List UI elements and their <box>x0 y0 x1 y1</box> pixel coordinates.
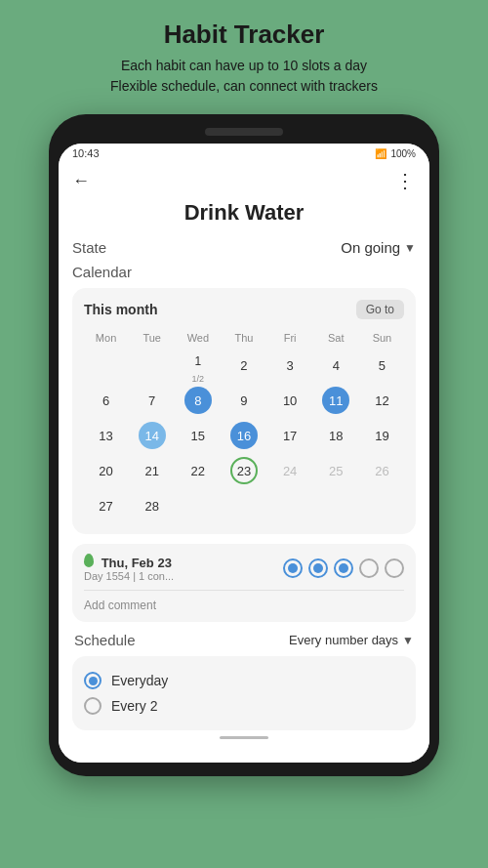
cal-header-sat: Sat <box>314 329 358 347</box>
cal-header-thu: Thu <box>222 329 265 347</box>
phone-frame: 10:43 📶 100% ← ⋮ Drink Water State On go… <box>49 114 439 776</box>
phone-screen: 10:43 📶 100% ← ⋮ Drink Water State On go… <box>59 144 429 763</box>
cal-cell-17[interactable]: 17 <box>268 419 312 452</box>
signal-icon: 📶 <box>375 148 386 159</box>
cal-cell-10[interactable]: 10 <box>268 384 312 417</box>
cal-cell <box>176 489 220 522</box>
circle-2[interactable] <box>308 558 328 578</box>
cal-cell-14[interactable]: 14 <box>130 419 174 452</box>
schedule-value-text: Every number days <box>289 633 398 647</box>
cal-cell <box>130 349 174 382</box>
schedule-dropdown[interactable]: Every number days ▼ <box>289 633 414 647</box>
cal-cell-3[interactable]: 3 <box>268 349 312 382</box>
radio-option-everyday[interactable]: Everyday <box>84 668 404 693</box>
schedule-dropdown-arrow: ▼ <box>402 634 414 647</box>
cal-cell-16[interactable]: 16 <box>222 419 265 452</box>
circle-1[interactable] <box>283 558 303 578</box>
app-subtitle: Each habit can have up to 10 slots a day… <box>110 56 378 97</box>
cal-header-fri: Fri <box>268 329 312 347</box>
cal-cell-19[interactable]: 19 <box>360 419 404 452</box>
screen-content: Drink Water State On going ▼ Calendar Th… <box>59 200 429 763</box>
status-right: 📶 100% <box>375 148 416 159</box>
cal-cell-7[interactable]: 7 <box>130 384 174 417</box>
cal-header-tue: Tue <box>130 329 174 347</box>
circle-5[interactable] <box>385 558 404 578</box>
state-label: State <box>72 239 106 256</box>
cal-cell-26[interactable]: 26 <box>360 454 404 487</box>
cal-header-sun: Sun <box>360 329 404 347</box>
circle-4[interactable] <box>359 558 379 578</box>
top-nav: ← ⋮ <box>59 163 429 200</box>
cal-cell-1[interactable]: 1 1/2 <box>176 349 220 382</box>
habit-title: Drink Water <box>72 200 416 226</box>
cal-cell-5[interactable]: 5 <box>360 349 404 382</box>
phone-notch <box>205 128 283 136</box>
goto-button[interactable]: Go to <box>356 300 404 319</box>
cal-cell-15[interactable]: 15 <box>176 419 220 452</box>
cal-cell-6[interactable]: 6 <box>84 384 128 417</box>
add-comment[interactable]: Add comment <box>84 599 404 612</box>
state-dropdown[interactable]: On going ▼ <box>341 239 416 256</box>
cal-header-wed: Wed <box>176 329 220 347</box>
cal-cell-21[interactable]: 21 <box>130 454 174 487</box>
cal-cell-4[interactable]: 4 <box>314 349 358 382</box>
cal-header-mon: Mon <box>84 329 128 347</box>
schedule-label: Schedule <box>74 632 136 648</box>
day-detail-left: Thu, Feb 23 Day 1554 | 1 con... <box>84 554 174 582</box>
calendar-grid: Mon Tue Wed Thu Fri Sat Sun 1 1/2 <box>84 329 404 522</box>
cal-cell <box>84 349 128 382</box>
back-button[interactable]: ← <box>72 171 90 191</box>
cal-cell-27[interactable]: 27 <box>84 489 128 522</box>
cal-cell-25[interactable]: 25 <box>314 454 358 487</box>
cal-cell-13[interactable]: 13 <box>84 419 128 452</box>
schedule-card: Everyday Every 2 <box>72 656 416 730</box>
status-time: 10:43 <box>72 147 100 159</box>
calendar-header: This month Go to <box>84 300 404 319</box>
circle-3[interactable] <box>334 558 353 578</box>
cal-cell-20[interactable]: 20 <box>84 454 128 487</box>
calendar-label: Calendar <box>72 264 416 280</box>
day-detail-top: Thu, Feb 23 Day 1554 | 1 con... <box>84 554 404 582</box>
month-label: This month <box>84 302 157 317</box>
radio-option-every2[interactable]: Every 2 <box>84 693 404 719</box>
divider <box>84 590 404 591</box>
cal-cell-24[interactable]: 24 <box>268 454 312 487</box>
radio-label-every2: Every 2 <box>111 698 157 714</box>
cal-cell-18[interactable]: 18 <box>314 419 358 452</box>
battery-label: 100% <box>390 148 416 159</box>
cal-cell-22[interactable]: 22 <box>176 454 220 487</box>
more-button[interactable]: ⋮ <box>395 169 416 192</box>
cal-cell <box>268 489 312 522</box>
cal-cell-23[interactable]: 23 <box>222 454 265 487</box>
day-detail-sub: Day 1554 | 1 con... <box>84 570 174 582</box>
state-row: State On going ▼ <box>72 239 416 256</box>
state-dropdown-arrow: ▼ <box>404 241 416 255</box>
cal-cell-2[interactable]: 2 <box>222 349 265 382</box>
schedule-row: Schedule Every number days ▼ <box>72 632 416 648</box>
day-circles <box>283 558 404 578</box>
water-drop-icon <box>84 554 94 567</box>
app-title: Habit Tracker <box>164 20 325 50</box>
state-value-text: On going <box>341 239 400 256</box>
day-detail-card: Thu, Feb 23 Day 1554 | 1 con... Add comm… <box>72 544 416 622</box>
cal-cell <box>222 489 265 522</box>
cal-cell-8[interactable]: 8 <box>176 384 220 417</box>
cal-cell <box>360 489 404 522</box>
radio-dot-everyday <box>84 672 102 689</box>
cal-cell-12[interactable]: 12 <box>360 384 404 417</box>
status-bar: 10:43 📶 100% <box>59 144 429 163</box>
cal-cell <box>314 489 358 522</box>
cal-cell-9[interactable]: 9 <box>222 384 265 417</box>
radio-dot-every2 <box>84 697 102 715</box>
cal-cell-11[interactable]: 11 <box>314 384 358 417</box>
cal-cell-28[interactable]: 28 <box>130 489 174 522</box>
day-detail-date: Thu, Feb 23 <box>84 554 174 570</box>
radio-label-everyday: Everyday <box>111 673 168 688</box>
calendar-card: This month Go to Mon Tue Wed Thu Fri Sat… <box>72 288 416 534</box>
